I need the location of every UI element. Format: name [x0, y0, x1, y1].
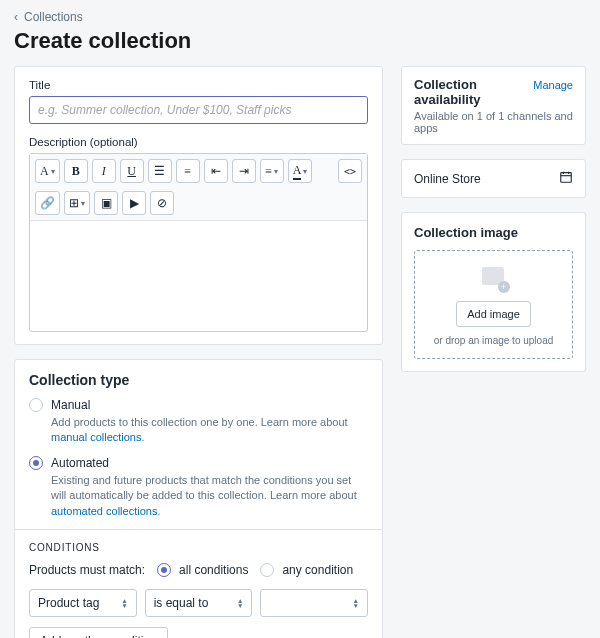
chevron-left-icon: ‹: [14, 11, 18, 23]
manual-radio-row[interactable]: Manual: [29, 398, 368, 412]
align-icon: ≡: [265, 164, 272, 179]
condition-value-select[interactable]: ▲▼: [260, 589, 368, 617]
any-condition-radio[interactable]: any condition: [260, 563, 353, 577]
availability-card: Collection availability Manage Available…: [401, 66, 586, 145]
clear-format-button[interactable]: ⊘: [150, 191, 174, 215]
format-dropdown[interactable]: A▾: [35, 159, 60, 183]
bold-button[interactable]: B: [64, 159, 88, 183]
editor-toolbar: A▾ B I U ☰ ≡ ⇤ ⇥ ≡▾ A▾ <> 🔗 ⊞▾ ▣ ▶: [30, 154, 367, 221]
sort-caret-icon: ▲▼: [237, 598, 243, 608]
text-color-dropdown[interactable]: A▾: [288, 159, 313, 183]
link-button[interactable]: 🔗: [35, 191, 60, 215]
availability-title: Collection availability: [414, 77, 533, 107]
numbered-list-icon: ≡: [184, 164, 191, 179]
collection-image-card: Collection image + Add image or drop an …: [401, 212, 586, 372]
availability-sub: Available on 1 of 1 channels and apps: [414, 110, 573, 134]
all-conditions-radio[interactable]: all conditions: [157, 563, 248, 577]
title-description-card: Title Description (optional) A▾ B I U ☰ …: [14, 66, 383, 345]
collection-image-title: Collection image: [414, 225, 573, 240]
condition-field-select[interactable]: Product tag ▲▼: [29, 589, 137, 617]
condition-operator-select[interactable]: is equal to ▲▼: [145, 589, 253, 617]
numbered-list-button[interactable]: ≡: [176, 159, 200, 183]
online-store-label: Online Store: [414, 172, 481, 186]
indent-icon: ⇥: [239, 164, 249, 179]
automated-collections-link[interactable]: automated collections: [51, 505, 157, 517]
video-icon: ▶: [130, 196, 139, 211]
indent-button[interactable]: ⇥: [232, 159, 256, 183]
automated-radio-row[interactable]: Automated: [29, 456, 368, 470]
code-view-button[interactable]: <>: [338, 159, 362, 183]
automated-label: Automated: [51, 456, 109, 470]
image-icon: ▣: [101, 196, 112, 211]
sort-caret-icon: ▲▼: [121, 598, 127, 608]
underline-button[interactable]: U: [120, 159, 144, 183]
page-title: Create collection: [14, 28, 586, 54]
description-label: Description (optional): [29, 136, 368, 148]
sort-caret-icon: ▲▼: [353, 598, 359, 608]
automated-desc: Existing and future products that match …: [51, 473, 368, 519]
align-dropdown[interactable]: ≡▾: [260, 159, 284, 183]
table-dropdown[interactable]: ⊞▾: [64, 191, 90, 215]
collection-type-title: Collection type: [29, 372, 368, 388]
conditions-header: CONDITIONS: [29, 542, 368, 553]
description-editor: A▾ B I U ☰ ≡ ⇤ ⇥ ≡▾ A▾ <> 🔗 ⊞▾ ▣ ▶: [29, 153, 368, 332]
image-placeholder-icon: +: [480, 267, 508, 291]
collection-type-card: Collection type Manual Add products to t…: [14, 359, 383, 638]
match-label: Products must match:: [29, 563, 145, 577]
manual-collections-link[interactable]: manual collections: [51, 431, 142, 443]
outdent-button[interactable]: ⇤: [204, 159, 228, 183]
description-textarea[interactable]: [30, 221, 367, 331]
drop-text: or drop an image to upload: [423, 335, 564, 346]
title-label: Title: [29, 79, 368, 91]
table-icon: ⊞: [69, 196, 79, 211]
bullet-list-button[interactable]: ☰: [148, 159, 172, 183]
online-store-card: Online Store: [401, 159, 586, 198]
add-condition-button[interactable]: Add another condition: [29, 627, 168, 638]
radio-icon: [260, 563, 274, 577]
calendar-icon[interactable]: [559, 170, 573, 187]
image-button[interactable]: ▣: [94, 191, 118, 215]
condition-row: Product tag ▲▼ is equal to ▲▼ ▲▼: [29, 589, 368, 617]
radio-icon: [29, 456, 43, 470]
radio-icon: [29, 398, 43, 412]
manage-link[interactable]: Manage: [533, 79, 573, 91]
breadcrumb-label: Collections: [24, 10, 83, 24]
outdent-icon: ⇤: [211, 164, 221, 179]
image-dropzone[interactable]: + Add image or drop an image to upload: [414, 250, 573, 359]
add-image-button[interactable]: Add image: [456, 301, 531, 327]
bullet-list-icon: ☰: [154, 164, 165, 179]
video-button[interactable]: ▶: [122, 191, 146, 215]
manual-desc: Add products to this collection one by o…: [51, 415, 368, 446]
radio-icon: [157, 563, 171, 577]
breadcrumb-back[interactable]: ‹ Collections: [14, 10, 586, 24]
italic-button[interactable]: I: [92, 159, 116, 183]
manual-label: Manual: [51, 398, 90, 412]
clear-format-icon: ⊘: [157, 196, 167, 211]
title-input[interactable]: [29, 96, 368, 124]
svg-rect-0: [561, 173, 572, 183]
link-icon: 🔗: [40, 196, 55, 211]
match-row: Products must match: all conditions any …: [29, 563, 368, 577]
